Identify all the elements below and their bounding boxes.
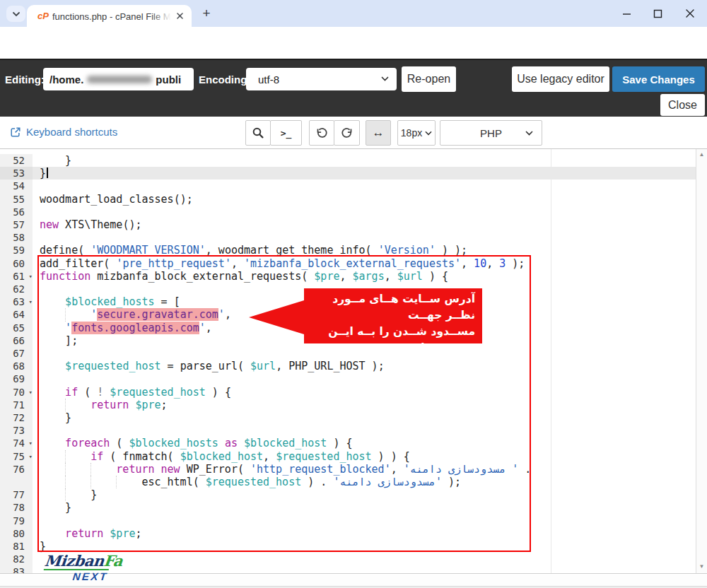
- line-number: 78: [0, 501, 33, 514]
- code-editor[interactable]: 52}53}5455woodmart_load_classes();5657ne…: [0, 149, 707, 573]
- window-minimize-button[interactable]: [611, 0, 642, 27]
- code-text[interactable]: woodmart_load_classes();: [33, 193, 696, 206]
- cpanel-edit-header: Editing: /home. publi Encoding: utf-8 Re…: [0, 59, 707, 117]
- cpanel-logo-icon: cP: [37, 11, 49, 21]
- redo-button[interactable]: [334, 120, 360, 146]
- wrap-toggle-button[interactable]: ↔: [366, 120, 391, 146]
- code-token: XTS\Theme();: [59, 218, 141, 231]
- fold-arrow-icon[interactable]: ▾: [29, 450, 33, 463]
- terminal-button[interactable]: >_: [270, 120, 302, 146]
- encoding-select[interactable]: utf-8: [246, 68, 397, 90]
- line-number: [0, 476, 33, 488]
- code-line[interactable]: 52}: [0, 154, 696, 167]
- vertical-scrollbar[interactable]: ▲ ▼: [696, 149, 707, 573]
- line-number: 61▾: [0, 270, 33, 283]
- code-line[interactable]: 57new XTS\Theme();: [0, 218, 696, 231]
- new-tab-button[interactable]: +: [199, 6, 214, 20]
- code-token: }: [40, 167, 46, 180]
- code-text[interactable]: [33, 565, 696, 573]
- browser-toolbar: [0, 27, 707, 59]
- line-number: 72: [0, 411, 33, 424]
- syntax-select[interactable]: PHP: [440, 120, 542, 146]
- code-token: }: [65, 154, 71, 167]
- line-number: 81: [0, 540, 33, 553]
- line-number: 53: [0, 167, 33, 180]
- code-line[interactable]: 55woodmart_load_classes();: [0, 193, 696, 206]
- screen: cP functions.php - cPanel File Man +: [0, 0, 707, 588]
- undo-icon: [315, 127, 328, 139]
- line-number: 62: [0, 283, 33, 295]
- code-text[interactable]: [33, 553, 696, 565]
- keyboard-shortcuts-link[interactable]: Keyboard shortcuts: [10, 126, 117, 138]
- browser-tab[interactable]: cP functions.php - cPanel File Man: [27, 5, 192, 27]
- code-text[interactable]: [33, 231, 696, 244]
- fold-arrow-icon[interactable]: ▾: [29, 386, 33, 399]
- window-maximize-button[interactable]: [642, 0, 673, 27]
- save-changes-button[interactable]: Save Changes: [612, 66, 705, 92]
- annotation-line: آدرس ســایت هــای مــورد نظــر جهــت: [310, 291, 475, 324]
- tab-search-button[interactable]: [6, 6, 25, 22]
- line-number: 82: [0, 553, 33, 565]
- line-number: 80: [0, 527, 33, 540]
- use-legacy-editor-button[interactable]: Use legacy editor: [512, 66, 609, 92]
- close-button[interactable]: Close: [660, 94, 705, 116]
- terminal-icon: >_: [281, 128, 292, 139]
- line-number: 69: [0, 372, 33, 385]
- fold-arrow-icon[interactable]: ▾: [29, 437, 33, 449]
- line-number: 77: [0, 488, 33, 501]
- text-cursor: [47, 167, 48, 178]
- fold-arrow-icon[interactable]: ▾: [29, 295, 33, 308]
- syntax-value: PHP: [480, 127, 502, 139]
- annotation-line: مســدود شــدن را بــه ایــن فرمــت وارد: [310, 324, 475, 356]
- code-text[interactable]: [33, 206, 696, 218]
- code-line[interactable]: 53}: [0, 167, 696, 180]
- line-number: 59: [0, 244, 33, 257]
- file-path-input[interactable]: /home. publi: [43, 68, 194, 90]
- external-link-icon: [10, 127, 21, 138]
- scroll-down-icon[interactable]: ▼: [696, 563, 707, 570]
- line-number: 76: [0, 463, 33, 476]
- code-text[interactable]: new XTS\Theme();: [33, 218, 696, 231]
- window-close-button[interactable]: [673, 0, 707, 27]
- editor-toolbar: Keyboard shortcuts >_ ↔ 18px: [0, 117, 707, 149]
- mizbanfa-next-label: NEXT: [72, 570, 122, 583]
- code-text[interactable]: }: [33, 167, 696, 180]
- undo-button[interactable]: [309, 120, 334, 146]
- path-suffix: publi: [156, 74, 181, 86]
- search-button[interactable]: [245, 120, 271, 146]
- line-number: 60: [0, 257, 33, 270]
- reopen-button[interactable]: Re-open: [402, 66, 456, 92]
- annotation-line: کنید.: [310, 356, 475, 372]
- line-number: 74▾: [0, 437, 33, 449]
- path-prefix: /home.: [49, 74, 83, 86]
- line-number: 73: [0, 424, 33, 437]
- tab-title: functions.php - cPanel File Man: [52, 11, 171, 23]
- annotation-arrow: [249, 300, 304, 334]
- code-text[interactable]: [33, 180, 696, 192]
- fold-arrow-icon[interactable]: ▾: [29, 270, 33, 283]
- code-text[interactable]: }: [33, 154, 696, 167]
- line-number: 71: [0, 399, 33, 411]
- chevron-down-icon: [425, 131, 432, 136]
- editing-label: Editing:: [5, 74, 45, 86]
- line-number: 79: [0, 514, 33, 527]
- line-number: 56: [0, 206, 33, 218]
- line-number: 66: [0, 334, 33, 347]
- line-number: 57: [0, 218, 33, 231]
- mizbanfa-logo: MizbanFa: [44, 554, 123, 568]
- search-icon: [252, 127, 264, 139]
- line-number: 65: [0, 322, 33, 334]
- line-number: 83: [0, 565, 33, 573]
- tab-close-icon[interactable]: [175, 11, 185, 21]
- code-line[interactable]: 56: [0, 206, 696, 218]
- code-line[interactable]: 58: [0, 231, 696, 244]
- chevron-down-icon: [381, 76, 389, 81]
- line-number: 64: [0, 308, 33, 321]
- indent-guide: [40, 154, 65, 167]
- line-number: 70▾: [0, 386, 33, 399]
- scroll-up-icon[interactable]: ▲: [696, 151, 707, 158]
- font-size-select[interactable]: 18px: [397, 120, 436, 146]
- mizbanfa-watermark: MizbanFa NEXT: [42, 554, 123, 583]
- code-line[interactable]: 54: [0, 180, 696, 192]
- code-token: new: [40, 218, 59, 231]
